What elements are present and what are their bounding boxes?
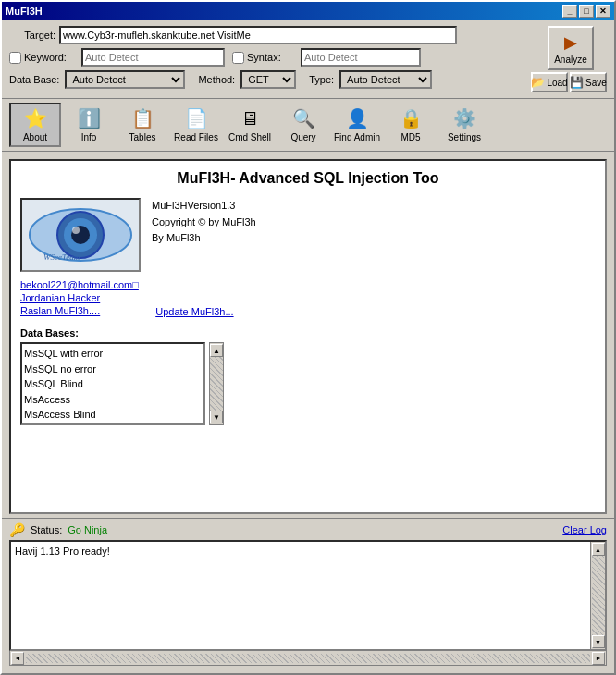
status-left: 🔑 Status: Go Ninja (9, 522, 107, 537)
syntax-checkbox[interactable] (232, 52, 244, 64)
about-info: MuFl3HVersion1.3 Copyright © by MuFl3h B… (152, 198, 256, 247)
db-item-1: MsSQL with error (24, 346, 202, 362)
main-content: MuFI3H- Advanced SQL Injection Too WSeeT… (2, 152, 614, 673)
raslan-link[interactable]: Raslan MuFl3h.... (20, 305, 100, 316)
toolbar-cmd-shell[interactable]: 🖥 Cmd Shell (224, 103, 276, 147)
load-icon: 📂 (531, 76, 545, 89)
log-scroll-left[interactable]: ◄ (11, 652, 24, 665)
log-scroll-right[interactable]: ► (592, 652, 605, 665)
syntax-area: Syntax: (232, 48, 421, 67)
settings-label: Settings (448, 132, 481, 142)
minimize-button[interactable]: _ (562, 5, 577, 18)
keyword-label: Keyword: (24, 52, 67, 63)
log-vscroll-track (592, 556, 605, 635)
close-button[interactable]: ✕ (596, 5, 610, 18)
about-label: About (23, 132, 47, 142)
toolbar-settings[interactable]: ⚙️ Settings (438, 103, 490, 147)
title-bar: MuFI3H _ □ ✕ (2, 2, 614, 20)
target-input[interactable] (59, 26, 457, 44)
cmd-shell-label: Cmd Shell (228, 132, 271, 142)
save-button[interactable]: 💾 Save (570, 72, 607, 92)
log-hscroll: ◄ ► (9, 651, 607, 666)
logo-svg: WSeeTeam (25, 202, 136, 267)
toolbar-tables[interactable]: 📋 Tables (117, 103, 168, 147)
db-method-row: Data Base: Auto Detect Method: GET POST … (9, 70, 524, 89)
title-bar-controls: _ □ ✕ (562, 5, 610, 18)
target-row: Target: (9, 26, 524, 44)
log-scroll-up[interactable]: ▲ (592, 543, 605, 556)
status-icon: 🔑 (9, 522, 25, 537)
query-label: Query (290, 132, 315, 142)
info-label: Info (81, 132, 97, 142)
syntax-label: Syntax: (247, 52, 281, 63)
toolbar-info[interactable]: ℹ️ Info (63, 103, 115, 147)
md5-icon: 🔒 (400, 107, 423, 129)
type-label: Type: (309, 74, 334, 85)
method-label: Method: (198, 74, 235, 85)
db-item-3: MsSQL Blind (24, 376, 202, 392)
about-logo: WSeeTeam (20, 198, 141, 272)
analyze-button[interactable]: ▶ Analyze (548, 26, 594, 70)
database-select[interactable]: Auto Detect (65, 70, 185, 89)
syntax-input[interactable] (301, 48, 421, 67)
toolbar-about[interactable]: ⭐ About (9, 103, 61, 147)
about-title: MuFI3H- Advanced SQL Injection Too (20, 170, 596, 187)
about-body: WSeeTeam MuFl3HVersion1.3 Copyright © by… (20, 198, 596, 272)
location-link[interactable]: Jordanian Hacker (20, 292, 596, 303)
type-select[interactable]: Auto Detect (339, 70, 432, 89)
syntax-checkbox-label[interactable]: Syntax: (232, 52, 297, 64)
update-link[interactable]: Update MuFl3h... (155, 306, 233, 317)
analyze-label: Analyze (554, 55, 587, 65)
log-vscroll[interactable]: ▲ ▼ (590, 542, 605, 649)
db-item-5: MsAccess Blind (24, 407, 202, 423)
about-links: bekool221@hotmail.com□ Jordanian Hacker … (20, 279, 596, 318)
clear-log-button[interactable]: Clear Log (562, 524, 607, 535)
toolbar-find-admin[interactable]: 👤 Find Admin (331, 103, 383, 147)
toolbar-read-files[interactable]: 📄 Read Files (170, 103, 222, 147)
find-admin-icon: 👤 (346, 107, 369, 129)
read-files-label: Read Files (174, 132, 218, 142)
log-hscroll-track (26, 654, 590, 663)
db-list-container: MsSQL with error MsSQL no error MsSQL Bl… (20, 342, 596, 425)
email-link[interactable]: bekool221@hotmail.com□ (20, 279, 596, 290)
keyword-checkbox[interactable] (9, 52, 21, 64)
keyword-syntax-row: Keyword: Syntax: (9, 48, 524, 67)
maximize-button[interactable]: □ (579, 5, 594, 18)
about-panel: MuFI3H- Advanced SQL Injection Too WSeeT… (9, 159, 607, 514)
query-icon: 🔍 (292, 107, 315, 129)
toolbar: ⭐ About ℹ️ Info 📋 Tables 📄 Read Files 🖥 … (2, 99, 614, 152)
copyright-text: Copyright © by MuFl3h (152, 215, 256, 231)
db-list: MsSQL with error MsSQL no error MsSQL Bl… (20, 342, 205, 425)
db-scroll-up[interactable]: ▲ (210, 344, 223, 357)
keyword-input[interactable] (81, 48, 225, 67)
status-value: Go Ninja (68, 524, 107, 535)
load-button[interactable]: 📂 Load (531, 72, 568, 92)
target-label: Target: (9, 30, 55, 41)
info-icon: ℹ️ (78, 107, 101, 129)
log-text: Havij 1.13 Pro ready! (15, 546, 110, 557)
read-files-icon: 📄 (185, 107, 208, 129)
tables-icon: 📋 (131, 107, 154, 129)
form-area: Target: Keyword: Syntax: (2, 20, 614, 99)
svg-point-4 (72, 227, 80, 234)
keyword-checkbox-label[interactable]: Keyword: (9, 52, 74, 64)
by-text: By MuFl3h (152, 230, 256, 247)
database-label: Data Base: (9, 74, 59, 85)
toolbar-query[interactable]: 🔍 Query (277, 103, 329, 147)
status-bar: 🔑 Status: Go Ninja Clear Log (2, 518, 614, 540)
db-scrollbar[interactable]: ▲ ▼ (209, 342, 224, 425)
load-label: Load (547, 78, 567, 88)
analyze-icon: ▶ (564, 32, 577, 53)
save-icon: 💾 (570, 76, 584, 89)
db-scroll-down[interactable]: ▼ (210, 411, 223, 423)
log-content: Havij 1.13 Pro ready! (11, 542, 590, 649)
toolbar-md5[interactable]: 🔒 MD5 (385, 103, 437, 147)
main-window: MuFI3H _ □ ✕ Target: Keyword: (0, 0, 616, 675)
window-title: MuFI3H (6, 6, 43, 17)
method-select[interactable]: GET POST (240, 70, 296, 89)
log-scroll-down[interactable]: ▼ (592, 635, 605, 648)
db-item-6: MySQL (24, 423, 202, 426)
find-admin-label: Find Admin (334, 132, 380, 142)
databases-label: Data Bases: (20, 327, 596, 338)
db-list-area: Data Bases: MsSQL with error MsSQL no er… (20, 327, 596, 425)
